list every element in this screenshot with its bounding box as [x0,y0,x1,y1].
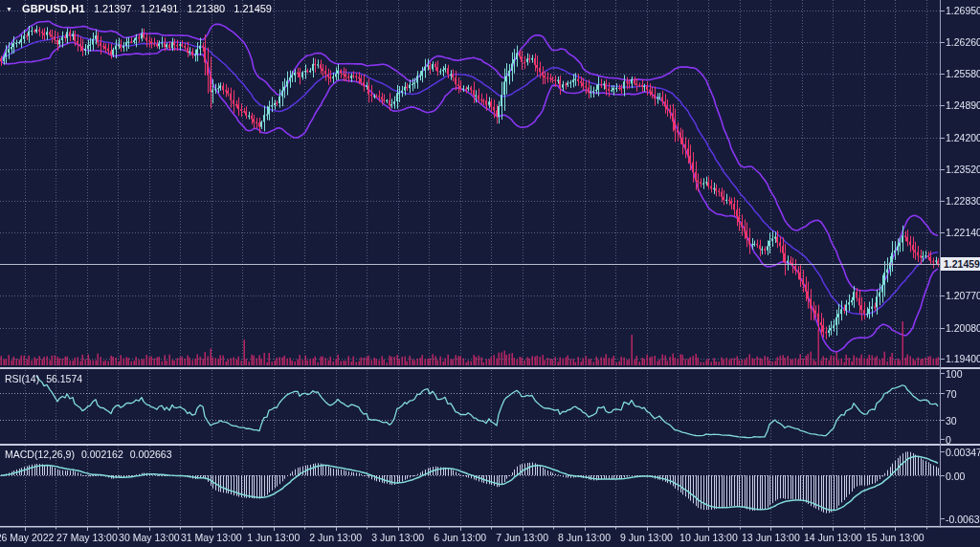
ohlc-open: 1.21397 [94,3,132,14]
current-price-badge: 1.21459 [941,257,980,271]
time-axis-label: 10 Jun 13:00 [679,532,738,543]
time-axis-label: 13 Jun 13:00 [742,532,800,543]
time-axis-label: 6 Jun 13:00 [434,532,486,543]
rsi-indicator-label: RSI(14) 56.1574 [5,373,82,384]
time-axis-label: 1 Jun 13:00 [247,532,300,543]
macd-axis-label: 0.00 [946,470,965,482]
price-axis-label: 1.20770 [946,290,980,301]
chart-header: ▼ GBPUSD,H1 1.21397 1.21491 1.21380 1.21… [6,3,272,14]
macd-axis-label: -0.006361 [946,514,980,525]
time-axis-label: 8 Jun 13:00 [558,532,611,543]
time-axis-label: 3 Jun 13:00 [371,532,424,543]
macd-value: 0.002162 [81,449,123,460]
time-axis-label: 2 Jun 13:00 [309,532,362,543]
time-axis-label: 26 May 2022 [0,532,54,543]
time-axis-label: 31 May 13:00 [181,532,242,543]
price-axis-label: 1.22140 [946,227,980,238]
rsi-axis-label: 100 [946,368,963,380]
time-axis-label: 7 Jun 13:00 [496,532,548,543]
macd-axis-label: 0.003477 [946,447,980,458]
macd-name: MACD(12,26,9) [5,449,75,460]
price-axis-label: 1.26260 [946,36,980,48]
ohlc-low: 1.21380 [187,3,225,14]
price-axis-label: 1.24890 [946,99,980,111]
time-axis-label: 14 Jun 13:00 [804,532,862,543]
ohlc-high: 1.21491 [141,3,179,14]
price-axis-label: 1.19400 [946,353,980,364]
time-axis-label: 15 Jun 13:00 [866,532,924,543]
time-axis-label: 30 May 13:00 [119,532,180,543]
trading-chart-window: ▼ GBPUSD,H1 1.21397 1.21491 1.21380 1.21… [0,0,980,547]
symbol-dropdown-icon[interactable]: ▼ [6,4,12,14]
price-axis-label: 1.23520 [946,164,980,175]
symbol-label: GBPUSD,H1 [22,3,85,14]
rsi-axis-label: 30 [946,415,957,427]
rsi-value: 56.1574 [46,373,82,384]
rsi-axis-label: 70 [946,388,957,400]
chart-canvas[interactable] [0,0,980,547]
ohlc-close: 1.21459 [234,3,272,14]
price-axis-label: 1.20080 [946,322,980,334]
price-axis-label: 1.22830 [946,195,980,207]
macd-indicator-label: MACD(12,26,9) 0.002162 0.002663 [5,449,172,460]
macd-signal-value: 0.002663 [130,449,172,460]
price-axis-label: 1.25580 [946,68,980,79]
rsi-axis-label: 0 [946,434,951,446]
rsi-name: RSI(14) [5,373,39,384]
time-axis-label: 27 May 13:00 [56,532,118,543]
price-axis-label: 1.24200 [946,132,980,143]
time-axis-label: 9 Jun 13:00 [620,532,673,543]
price-axis-label: 1.26950 [946,5,980,16]
